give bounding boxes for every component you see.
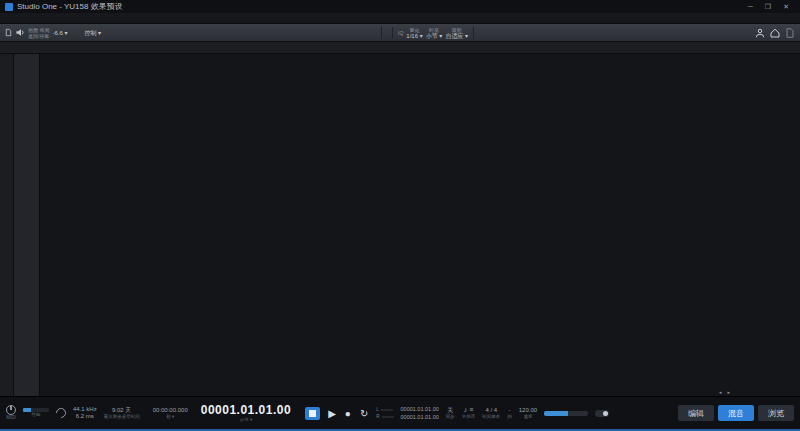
loop-button[interactable]: ↻ [359,408,369,419]
cpu-gauge-icon [54,406,68,420]
secondary-time-display[interactable]: 00:00:00.000 秒 ▾ [153,407,188,419]
gain-readout[interactable]: -6.6 ▾ [52,30,67,36]
metronome-button[interactable]: ♪ ≡ 节拍器 [462,406,476,419]
time-signature-readout[interactable]: 4 / 4 时间签名 [482,407,500,419]
record-time-readout: 9:02 天 最大剩余录音时间 [104,407,140,419]
tempo-readout[interactable]: 120.00 速度 [519,407,537,419]
edit-page-button[interactable]: 编辑 [678,405,714,421]
snap-dropdown[interactable]: 吸附自适应 ▾ [445,27,468,39]
midi-knob-icon [6,405,16,415]
document-icon[interactable] [784,27,796,39]
performance-meter[interactable]: 性能 [23,408,49,417]
timebase-dropdown[interactable]: 时基小节 ▾ [426,27,443,39]
window-title: Studio One - YU158 效果预设 [17,1,123,12]
studio-one-window: Studio One - YU158 效果预设 ─ ❐ ✕ 画面 布局返回/停靠… [0,0,800,431]
quantize-dropdown[interactable]: 量化1/16 ▾ [406,27,422,39]
transport-bar: MIDI 性能 44.1 kHz 6.2 ms 9:02 天 最大剩余录音时间 … [0,396,800,429]
iq-label: IQ [398,30,403,36]
mix-page-button[interactable]: 混音 [718,405,754,421]
stop-button[interactable] [305,407,320,420]
console-left-rail [0,54,14,396]
speaker-icon[interactable] [16,28,25,37]
browse-page-button[interactable]: 浏览 [758,405,794,421]
layout-label: 画面 布局返回/停靠 [28,27,49,39]
play-button[interactable]: ▶ [327,408,337,419]
home-icon[interactable] [769,27,781,39]
minimize-button[interactable]: ─ [748,3,753,11]
user-icon[interactable] [754,27,766,39]
mix-console: ◂▸ [0,54,800,396]
close-button[interactable]: ✕ [783,3,789,11]
record-button[interactable]: ● [344,408,352,419]
title-bar: Studio One - YU158 效果预设 ─ ❐ ✕ [0,0,800,13]
midi-activity: MIDI [6,405,16,420]
control-dropdown[interactable]: 控制 ▾ [84,30,101,36]
timeline-ruler[interactable] [0,42,800,54]
loop-range-display[interactable]: 00001.01.01.00 00001.01.01.00 [401,406,439,419]
tempo-toggle[interactable] [595,410,609,417]
layers-icon[interactable] [4,28,13,37]
channel-strips-area: ◂▸ [40,54,800,396]
output-meter-lr: L R [376,407,393,419]
main-toolbar: 画面 布局返回/停靠 -6.6 ▾ 控制 ▾ IQ 量化1/16 ▾ 时基小节 … [0,24,800,42]
beat-readout: - 拍 [507,407,512,419]
samplerate-readout: 44.1 kHz 6.2 ms [73,406,97,420]
main-time-display[interactable]: 00001.01.01.00 小节 ▾ [201,404,291,423]
tempo-slider[interactable] [544,411,588,416]
app-icon [5,3,13,11]
menu-bar [0,13,800,24]
maximize-button[interactable]: ❐ [765,3,771,11]
sync-toggle[interactable]: 关 同步 [446,407,455,419]
mixer-hscroll-arrows[interactable]: ◂▸ [719,389,736,395]
channel-param-panel [14,54,40,396]
